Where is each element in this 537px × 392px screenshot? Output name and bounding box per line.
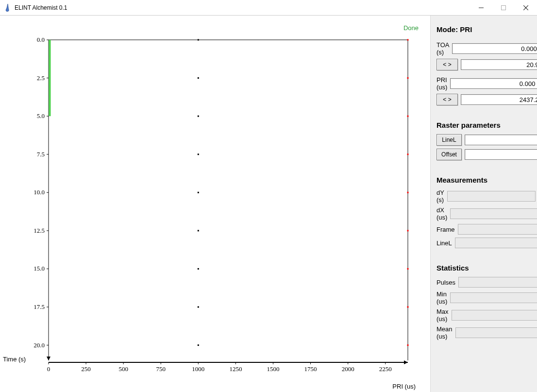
offset-button[interactable]: Offset [436, 149, 462, 160]
svg-rect-62 [407, 230, 409, 231]
chart-svg: 0.02.55.07.510.012.515.017.520.002505007… [19, 35, 418, 385]
meas-frame-label: Frame [436, 226, 455, 233]
svg-text:15.0: 15.0 [34, 265, 45, 272]
maximize-button[interactable] [492, 0, 515, 16]
meas-dx-value [450, 208, 537, 219]
svg-text:250: 250 [81, 365, 91, 373]
stats-pulses-value [458, 277, 537, 288]
pri-nav-button[interactable]: < > [436, 94, 458, 105]
svg-rect-51 [198, 153, 199, 155]
svg-rect-59 [407, 116, 409, 117]
toa-to-input[interactable] [461, 59, 537, 70]
stats-max-value [452, 310, 537, 321]
toa-nav-button[interactable]: < > [436, 59, 458, 70]
svg-rect-53 [198, 230, 199, 231]
titlebar: ELINT Alchemist 0.1 [0, 0, 537, 16]
stats-min-value [450, 292, 537, 303]
plot-pane: Done Time (s) 0.02.55.07.510.012.515.017… [0, 16, 430, 392]
svg-text:1250: 1250 [229, 365, 242, 373]
meas-linel-label: LineL [436, 239, 452, 247]
svg-rect-52 [198, 192, 199, 193]
pri-label: PRI (us) [436, 76, 447, 91]
linel-button[interactable]: LineL [436, 134, 462, 146]
svg-rect-57 [407, 39, 409, 41]
plot-status: Done [403, 24, 419, 32]
svg-rect-58 [407, 77, 409, 79]
svg-text:20.0: 20.0 [34, 341, 45, 349]
svg-text:17.5: 17.5 [34, 303, 45, 310]
chart-area[interactable]: 0.02.55.07.510.012.515.017.520.002505007… [19, 35, 420, 382]
svg-rect-56 [198, 344, 199, 346]
svg-text:500: 500 [118, 365, 128, 373]
minimize-button[interactable] [470, 0, 492, 16]
offset-input[interactable] [465, 149, 537, 160]
meas-dy-value [447, 191, 536, 202]
svg-marker-8 [404, 360, 408, 364]
svg-rect-63 [407, 268, 409, 270]
meas-frame-value [458, 224, 537, 235]
window-title: ELINT Alchemist 0.1 [15, 4, 67, 11]
svg-rect-66 [49, 40, 51, 116]
stats-mean-value [455, 327, 537, 338]
close-button[interactable] [515, 0, 537, 16]
svg-text:1500: 1500 [267, 365, 280, 373]
svg-rect-54 [198, 268, 199, 270]
stats-pulses-label: Pulses [436, 279, 455, 286]
svg-marker-9 [47, 357, 50, 360]
svg-text:2000: 2000 [342, 365, 354, 373]
svg-text:1000: 1000 [192, 365, 204, 373]
measurements-title: Measurements [436, 176, 531, 184]
svg-text:2250: 2250 [379, 365, 392, 373]
stats-mean-label: Mean (us) [436, 325, 453, 340]
stats-min-label: Min (us) [436, 290, 447, 305]
app-icon [4, 4, 12, 12]
svg-rect-60 [407, 153, 409, 155]
linel-input[interactable] [465, 135, 537, 145]
raster-title: Raster parameters [436, 121, 531, 129]
svg-rect-61 [407, 192, 409, 193]
statistics-title: Statistics [436, 264, 531, 272]
pri-from-input[interactable] [450, 78, 537, 89]
toa-from-input[interactable] [452, 43, 537, 54]
pri-to-input[interactable] [461, 94, 537, 105]
svg-rect-1 [502, 5, 506, 10]
x-axis-label: PRI (us) [392, 383, 416, 390]
toa-label: TOA (s) [436, 41, 449, 56]
svg-rect-49 [198, 77, 199, 79]
svg-text:2.5: 2.5 [37, 74, 45, 82]
svg-text:7.5: 7.5 [37, 151, 45, 158]
svg-rect-65 [407, 344, 409, 346]
mode-title: Mode: PRI [436, 25, 531, 34]
side-panel: Mode: PRI TOA (s) < > PRI (us) < > Raste… [430, 16, 537, 392]
svg-rect-50 [198, 116, 199, 117]
svg-text:10.0: 10.0 [34, 188, 45, 196]
svg-rect-55 [198, 307, 199, 308]
svg-text:12.5: 12.5 [34, 227, 45, 234]
svg-text:1750: 1750 [304, 365, 317, 373]
meas-dx-label: dX (us) [436, 206, 447, 221]
stats-max-label: Max (us) [436, 308, 449, 323]
svg-rect-48 [198, 39, 199, 41]
svg-text:0.0: 0.0 [37, 36, 45, 43]
meas-dy-label: dY (s) [436, 189, 444, 204]
svg-text:0: 0 [47, 365, 50, 373]
svg-rect-64 [407, 307, 409, 308]
svg-text:750: 750 [156, 365, 166, 373]
svg-text:5.0: 5.0 [37, 112, 45, 119]
meas-linel-value [455, 238, 537, 248]
